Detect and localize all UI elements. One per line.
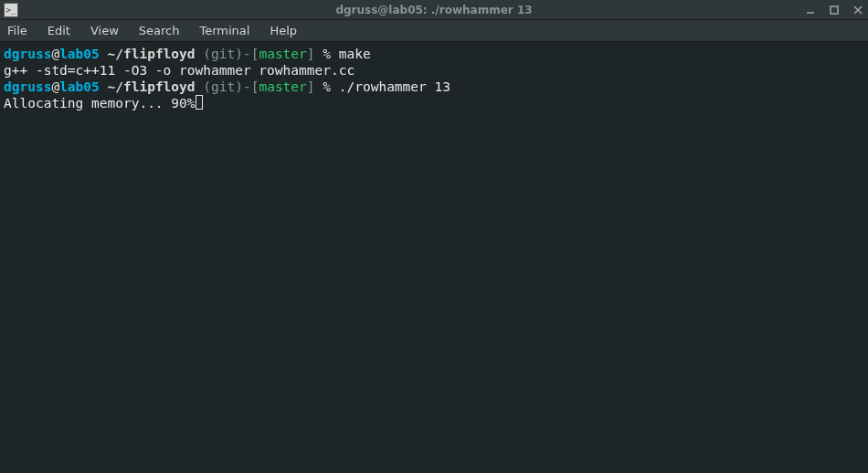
- prompt-vcs-close: ): [235, 47, 243, 61]
- command-2: ./rowhammer 13: [339, 79, 450, 94]
- terminal-app-icon: >_: [4, 3, 18, 17]
- maximize-button[interactable]: [828, 4, 841, 16]
- window-controls: [804, 4, 864, 16]
- prompt-host: lab05: [59, 47, 100, 61]
- prompt-symbol: %: [323, 79, 331, 94]
- menu-help[interactable]: Help: [270, 24, 297, 37]
- menu-search[interactable]: Search: [139, 24, 180, 37]
- menu-file[interactable]: File: [7, 24, 27, 37]
- menu-terminal[interactable]: Terminal: [199, 24, 249, 37]
- prompt-dash: -: [243, 79, 251, 94]
- prompt-branch: master: [259, 47, 306, 61]
- prompt-symbol: %: [323, 47, 331, 61]
- prompt-host: lab05: [59, 79, 100, 94]
- prompt-dash: -: [243, 47, 251, 61]
- terminal-cursor: [196, 95, 204, 110]
- menubar: File Edit View Search Terminal Help: [0, 20, 868, 42]
- menu-edit[interactable]: Edit: [48, 24, 70, 37]
- close-button[interactable]: [852, 4, 864, 16]
- prompt-user: dgruss: [4, 79, 51, 94]
- output-2: Allocating memory... 90%: [4, 96, 196, 110]
- minimize-button[interactable]: [804, 4, 817, 16]
- prompt-path: ~/flipfloyd: [108, 47, 196, 61]
- menu-view[interactable]: View: [90, 24, 119, 37]
- prompt-vcs-open: (: [196, 47, 211, 61]
- titlebar: >_ dgruss@lab05: ./rowhammer 13: [0, 0, 868, 20]
- prompt-vcs-label: git: [211, 79, 235, 94]
- terminal-output[interactable]: dgruss@lab05 ~/flipfloyd (git)-[master] …: [0, 42, 868, 473]
- prompt-vcs-open: (: [196, 79, 211, 94]
- prompt-vcs-close: ): [235, 79, 243, 94]
- titlebar-left: >_: [4, 3, 18, 17]
- prompt-branch: master: [259, 79, 306, 94]
- prompt-at: @: [51, 79, 59, 94]
- prompt-user: dgruss: [4, 47, 51, 61]
- output-1: g++ -std=c++11 -O3 -o rowhammer rowhamme…: [4, 63, 355, 78]
- command-1: make: [339, 47, 371, 61]
- prompt-vcs-label: git: [211, 47, 235, 61]
- prompt-at: @: [51, 47, 59, 61]
- svg-rect-1: [831, 6, 838, 14]
- prompt-rbrack: ]: [307, 47, 315, 61]
- window-title: dgruss@lab05: ./rowhammer 13: [0, 4, 868, 16]
- prompt-path: ~/flipfloyd: [108, 79, 196, 94]
- prompt-rbrack: ]: [307, 79, 315, 94]
